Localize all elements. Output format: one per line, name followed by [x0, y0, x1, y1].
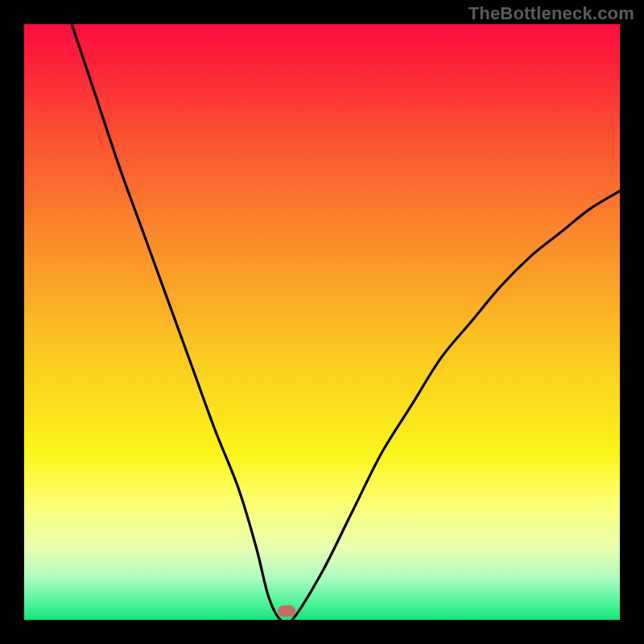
- minimum-marker: [278, 605, 295, 617]
- bottleneck-curve: [24, 24, 620, 620]
- watermark-text: TheBottleneck.com: [469, 3, 634, 24]
- plot-area: [24, 24, 620, 620]
- curve-path: [72, 24, 620, 620]
- chart-frame: TheBottleneck.com: [0, 0, 644, 644]
